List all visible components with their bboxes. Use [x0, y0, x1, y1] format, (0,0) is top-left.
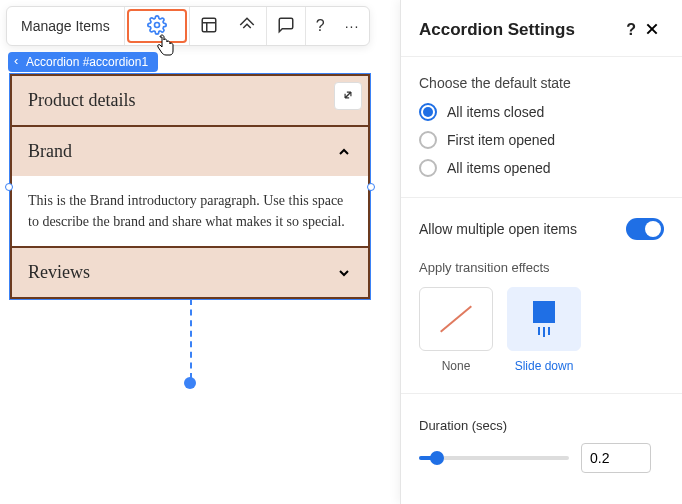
- comment-button[interactable]: [267, 7, 305, 45]
- editor-toolbar: Manage Items ? ···: [6, 6, 370, 46]
- radio-label: First item opened: [447, 132, 555, 148]
- radio-first-opened[interactable]: First item opened: [419, 131, 664, 149]
- layout-button[interactable]: [190, 7, 228, 45]
- expand-icon: [341, 88, 355, 105]
- manage-items-button[interactable]: Manage Items: [7, 7, 124, 45]
- transition-label: Apply transition effects: [419, 260, 664, 275]
- panel-close-button[interactable]: [640, 21, 664, 40]
- radio-all-opened[interactable]: All items opened: [419, 159, 664, 177]
- slider-thumb[interactable]: [430, 451, 444, 465]
- none-icon: [440, 305, 472, 332]
- help-button[interactable]: ?: [306, 7, 335, 45]
- animation-button[interactable]: [228, 7, 266, 45]
- divider: [401, 197, 682, 198]
- allow-multiple-row: Allow multiple open items: [419, 218, 664, 240]
- accordion-body: This is the Brand introductory paragraph…: [12, 176, 368, 246]
- transition-none[interactable]: None: [419, 287, 493, 373]
- more-icon: ···: [345, 18, 360, 34]
- accordion-header[interactable]: Reviews: [12, 248, 368, 297]
- accordion-title: Product details: [28, 90, 135, 111]
- accordion-component: Product details Brand This is the Brand …: [10, 74, 370, 299]
- panel-title: Accordion Settings: [419, 20, 622, 40]
- drag-guide-line: [190, 299, 192, 379]
- radio-icon: [419, 103, 437, 121]
- close-icon: [644, 25, 660, 40]
- expand-button[interactable]: [334, 82, 362, 110]
- slide-down-icon: [533, 301, 555, 337]
- svg-rect-1: [202, 18, 216, 32]
- accordion-item: Reviews: [12, 246, 368, 297]
- layout-icon: [200, 16, 218, 37]
- breadcrumb[interactable]: Accordion #accordion1: [8, 52, 158, 72]
- comment-icon: [277, 16, 295, 37]
- allow-multiple-label: Allow multiple open items: [419, 221, 577, 237]
- radio-label: All items closed: [447, 104, 544, 120]
- settings-panel: Accordion Settings ? Choose the default …: [400, 0, 682, 504]
- svg-point-0: [154, 22, 159, 27]
- radio-all-closed[interactable]: All items closed: [419, 103, 664, 121]
- radio-label: All items opened: [447, 160, 551, 176]
- panel-body: Choose the default state All items close…: [401, 57, 682, 504]
- duration-label: Duration (secs): [419, 418, 664, 433]
- accordion-title: Reviews: [28, 262, 90, 283]
- accordion-title: Brand: [28, 141, 72, 162]
- default-state-label: Choose the default state: [419, 75, 664, 91]
- chevron-up-icon: [336, 144, 352, 160]
- accordion-preview[interactable]: Product details Brand This is the Brand …: [10, 74, 370, 299]
- help-icon: ?: [316, 17, 325, 35]
- more-button[interactable]: ···: [335, 7, 370, 45]
- accordion-header[interactable]: Brand: [12, 127, 368, 176]
- toolbar-separator: [124, 7, 125, 45]
- radio-icon: [419, 159, 437, 177]
- duration-slider[interactable]: [419, 456, 569, 460]
- radio-icon: [419, 131, 437, 149]
- duration-row: [419, 443, 664, 473]
- settings-button-highlight: [127, 9, 187, 43]
- transition-slide-down[interactable]: Slide down: [507, 287, 581, 373]
- chevron-down-icon: [336, 265, 352, 281]
- allow-multiple-toggle[interactable]: [626, 218, 664, 240]
- resize-handle-right[interactable]: [367, 183, 375, 191]
- transition-options: None Slide down: [419, 287, 664, 373]
- animation-icon: [238, 16, 256, 37]
- panel-header: Accordion Settings ?: [401, 0, 682, 57]
- settings-button[interactable]: [137, 15, 177, 38]
- divider: [401, 393, 682, 394]
- accordion-header[interactable]: Product details: [12, 76, 368, 125]
- panel-help-button[interactable]: ?: [622, 21, 640, 39]
- transition-option-label: None: [419, 359, 493, 373]
- help-icon: ?: [626, 21, 636, 38]
- drag-handle-bottom[interactable]: [184, 377, 196, 389]
- transition-option-label: Slide down: [507, 359, 581, 373]
- gear-icon: [147, 15, 167, 38]
- accordion-item: Product details: [12, 76, 368, 125]
- resize-handle-left[interactable]: [5, 183, 13, 191]
- accordion-item: Brand This is the Brand introductory par…: [12, 125, 368, 246]
- duration-input[interactable]: [581, 443, 651, 473]
